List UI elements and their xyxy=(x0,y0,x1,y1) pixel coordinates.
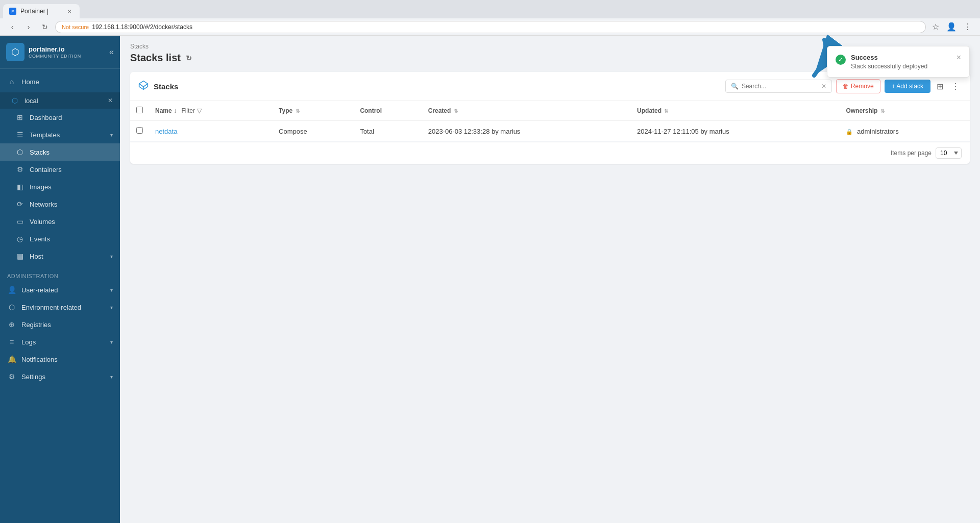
sidebar-item-environment-related[interactable]: ⬡ Environment-related ▾ xyxy=(0,298,120,316)
refresh-button[interactable]: ↻ xyxy=(186,54,192,62)
filter-button[interactable]: Filter ▽ xyxy=(178,106,205,115)
search-input[interactable] xyxy=(742,83,818,90)
toast-close-button[interactable]: × xyxy=(957,54,961,62)
sidebar-item-containers[interactable]: ⚙ Containers xyxy=(0,161,120,178)
address-text: 192.168.1.18:9000/#/2/docker/stacks xyxy=(92,23,192,31)
tab-favicon: P xyxy=(9,8,16,15)
column-settings-button[interactable]: ⊞ xyxy=(935,80,945,93)
sidebar-logs-label: Logs xyxy=(21,338,105,346)
reload-button[interactable]: ↻ xyxy=(39,21,51,33)
items-per-page-label: Items per page xyxy=(891,150,932,157)
browser-tab-active[interactable]: P Portainer | ✕ xyxy=(3,4,80,18)
col-name-label: Name ↓ xyxy=(155,107,177,114)
page-title-text: Stacks list xyxy=(130,52,181,64)
column-name[interactable]: Name ↓ Filter ▽ xyxy=(149,101,273,121)
row-ownership-cell: 🔒 administrators xyxy=(840,121,970,142)
sidebar-item-logs[interactable]: ≡ Logs ▾ xyxy=(0,333,120,351)
table-header: Name ↓ Filter ▽ Type ⇅ Control xyxy=(130,101,970,121)
sidebar-item-stacks[interactable]: ⬡ Stacks xyxy=(0,143,120,161)
add-stack-button[interactable]: + Add stack xyxy=(885,80,930,93)
card-actions: 🔍 ✕ 🗑 Remove + Add stack ⊞ ⋮ xyxy=(725,79,962,93)
search-icon: 🔍 xyxy=(731,83,739,90)
back-button[interactable]: ‹ xyxy=(6,21,18,33)
forward-button[interactable]: › xyxy=(22,21,35,33)
table-body: netdata Compose Total 2023-06-03 12:33:2… xyxy=(130,121,970,142)
sidebar-user-related-label: User-related xyxy=(21,286,105,294)
search-clear-button[interactable]: ✕ xyxy=(821,83,826,90)
sidebar-nav: ⌂ Home ⬡ local ✕ ⊞ Dashboard ☰ Templates xyxy=(0,69,120,523)
sidebar-item-home[interactable]: ⌂ Home xyxy=(0,73,120,90)
profile-button[interactable]: 👤 xyxy=(944,20,959,34)
remove-button[interactable]: 🗑 Remove xyxy=(836,79,880,93)
toast-container: ✓ Success Stack successfully deployed × xyxy=(827,46,970,78)
sidebar: ⬡ portainer.io COMMUNITY EDITION « ⌂ Hom… xyxy=(0,36,120,523)
row-type-cell: Compose xyxy=(273,121,354,142)
sidebar-item-dashboard[interactable]: ⊞ Dashboard xyxy=(0,109,120,126)
column-created[interactable]: Created ⇅ xyxy=(422,101,631,121)
sidebar-env-label: local xyxy=(24,97,38,105)
sidebar-host-label: Host xyxy=(30,253,105,260)
select-all-checkbox[interactable] xyxy=(136,107,143,113)
sidebar-item-notifications[interactable]: 🔔 Notifications xyxy=(0,351,120,368)
app-layout: ⬡ portainer.io COMMUNITY EDITION « ⌂ Hom… xyxy=(0,36,980,523)
sidebar-header: ⬡ portainer.io COMMUNITY EDITION « xyxy=(0,36,120,69)
sidebar-item-settings[interactable]: ⚙ Settings ▾ xyxy=(0,368,120,385)
sidebar-item-networks[interactable]: ⟳ Networks xyxy=(0,195,120,213)
tab-close-button[interactable]: ✕ xyxy=(65,7,74,15)
sidebar-events-label: Events xyxy=(30,235,113,243)
more-options-button[interactable]: ⋮ xyxy=(949,80,962,93)
sidebar-notifications-label: Notifications xyxy=(21,356,113,363)
type-sort-icon: ⇅ xyxy=(296,108,300,114)
column-type[interactable]: Type ⇅ xyxy=(273,101,354,121)
env-icon: ⬡ xyxy=(10,96,19,105)
stacks-card-icon xyxy=(138,80,149,93)
menu-button[interactable]: ⋮ xyxy=(962,20,974,34)
success-toast: ✓ Success Stack successfully deployed × xyxy=(827,46,970,78)
updated-sort-icon: ⇅ xyxy=(664,108,668,114)
toast-content: Success Stack successfully deployed xyxy=(851,54,951,70)
home-icon: ⌂ xyxy=(7,78,16,86)
sidebar-settings-label: Settings xyxy=(21,373,105,381)
remove-label: Remove xyxy=(851,83,874,90)
stack-link[interactable]: netdata xyxy=(155,128,177,135)
user-related-icon: 👤 xyxy=(7,286,16,294)
sidebar-item-host[interactable]: ▤ Host ▾ xyxy=(0,247,120,265)
sidebar-env-close-button[interactable]: ✕ xyxy=(108,97,113,104)
events-icon: ◷ xyxy=(15,235,24,243)
sidebar-registries-label: Registries xyxy=(21,321,113,329)
sidebar-item-user-related[interactable]: 👤 User-related ▾ xyxy=(0,281,120,298)
column-ownership[interactable]: Ownership ⇅ xyxy=(840,101,970,121)
row-updated: 2024-11-27 12:11:05 by marius xyxy=(637,128,729,135)
remove-icon: 🗑 xyxy=(843,83,849,90)
templates-chevron-icon: ▾ xyxy=(110,132,113,138)
row-checkbox[interactable] xyxy=(136,127,143,134)
browser-chrome: P Portainer | ✕ ‹ › ↻ Not secure 192.168… xyxy=(0,0,980,36)
stacks-card: Stacks 🔍 ✕ 🗑 Remove + Add stack ⊞ xyxy=(130,72,970,164)
row-name-cell: netdata xyxy=(149,121,273,142)
sidebar-env-section: ⬡ local ✕ ⊞ Dashboard ☰ Templates ▾ ⬡ St… xyxy=(0,92,120,265)
col-control-label: Control xyxy=(360,107,382,114)
sidebar-item-volumes[interactable]: ▭ Volumes xyxy=(0,213,120,230)
sidebar-environment-related-label: Environment-related xyxy=(21,304,105,311)
sidebar-item-templates[interactable]: ☰ Templates ▾ xyxy=(0,126,120,143)
settings-chevron-icon: ▾ xyxy=(110,374,113,380)
sidebar-env-local[interactable]: ⬡ local ✕ xyxy=(0,92,120,109)
environment-related-icon: ⬡ xyxy=(7,303,16,311)
search-box[interactable]: 🔍 ✕ xyxy=(725,80,832,93)
stacks-icon: ⬡ xyxy=(15,148,24,156)
sidebar-item-registries[interactable]: ⊕ Registries xyxy=(0,316,120,333)
items-per-page-select[interactable]: 10 25 50 100 xyxy=(936,147,962,159)
sidebar-item-events[interactable]: ◷ Events xyxy=(0,230,120,247)
col-type-label: Type xyxy=(279,107,292,114)
host-chevron-icon: ▾ xyxy=(110,254,113,259)
column-updated[interactable]: Updated ⇅ xyxy=(631,101,840,121)
address-bar[interactable]: Not secure 192.168.1.18:9000/#/2/docker/… xyxy=(55,21,926,33)
row-created: 2023-06-03 12:33:28 by marius xyxy=(428,128,521,135)
sidebar-collapse-button[interactable]: « xyxy=(109,47,114,57)
bookmark-button[interactable]: ☆ xyxy=(930,20,941,34)
column-control: Control xyxy=(354,101,422,121)
stacks-table: Name ↓ Filter ▽ Type ⇅ Control xyxy=(130,101,970,142)
sidebar-home-label: Home xyxy=(21,78,113,86)
col-updated-label: Updated xyxy=(637,107,662,114)
sidebar-item-images[interactable]: ◧ Images xyxy=(0,178,120,195)
